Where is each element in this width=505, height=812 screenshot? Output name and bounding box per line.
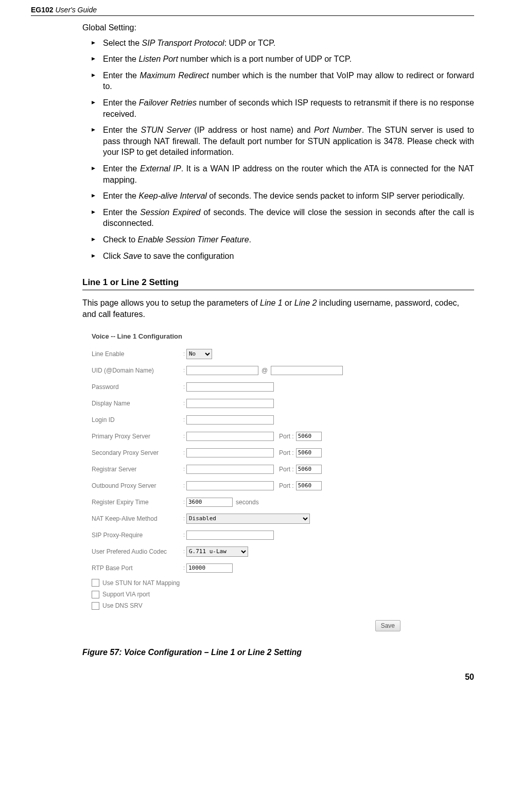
line-enable-label: Line Enable [92, 350, 183, 358]
port-label: Port : [279, 482, 294, 490]
nat-keepalive-label: NAT Keep-Alive Method [92, 515, 183, 523]
at-symbol: @ [262, 366, 268, 375]
outbound-proxy-label: Outbound Proxy Server [92, 482, 183, 490]
global-setting-label: Global Setting: [82, 22, 474, 33]
primary-proxy-input[interactable] [186, 432, 274, 441]
rtp-base-input[interactable] [186, 563, 233, 573]
primary-proxy-label: Primary Proxy Server [92, 432, 183, 440]
sip-proxy-require-label: SIP Proxy-Require [92, 531, 183, 539]
list-item: Enter the Session Expired of seconds. Th… [92, 207, 474, 229]
section-description: This page allows you to setup the parame… [82, 297, 474, 320]
panel-title: Voice -- Line 1 Configuration [92, 332, 411, 341]
registrar-input[interactable] [186, 465, 274, 474]
primary-proxy-port-input[interactable] [296, 432, 322, 441]
list-item: Check to Enable Session Timer Feature. [92, 234, 474, 245]
uid-input[interactable] [186, 366, 258, 375]
list-item: Enter the Keep-alive Interval of seconds… [92, 190, 474, 202]
line-enable-select[interactable]: No [186, 349, 212, 359]
sip-proxy-require-input[interactable] [186, 531, 274, 540]
figure-caption: Figure 57: Voice Configuration – Line 1 … [82, 647, 474, 658]
dns-srv-checkbox-label: Use DNS SRV [102, 602, 143, 610]
section-title: Line 1 or Line 2 Setting [82, 277, 474, 290]
list-item: Enter the STUN Server (IP address or hos… [92, 125, 474, 158]
secondary-proxy-port-input[interactable] [296, 448, 322, 457]
list-item: Enter the External IP. It is a WAN IP ad… [92, 163, 474, 185]
register-expiry-input[interactable] [186, 498, 233, 507]
instruction-list: Select the SIP Transport Protocol: UDP o… [82, 38, 474, 262]
registrar-port-input[interactable] [296, 465, 322, 474]
header-suffix: User's Guide [54, 6, 97, 14]
domain-input[interactable] [271, 366, 343, 375]
rtp-base-label: RTP Base Port [92, 564, 183, 572]
secondary-proxy-label: Secondary Proxy Server [92, 449, 183, 457]
port-label: Port : [279, 449, 294, 457]
stun-checkbox[interactable] [92, 579, 99, 587]
list-item: Enter the Listen Port number which is a … [92, 54, 474, 65]
seconds-label: seconds [236, 498, 259, 506]
stun-checkbox-label: Use STUN for NAT Mapping [102, 579, 180, 587]
display-name-label: Display Name [92, 399, 183, 408]
config-panel: Voice -- Line 1 Configuration Line Enabl… [82, 327, 420, 641]
secondary-proxy-input[interactable] [186, 448, 274, 457]
outbound-proxy-port-input[interactable] [296, 481, 322, 490]
uid-label: UID (@Domain Name) [92, 366, 183, 375]
login-id-input[interactable] [186, 415, 274, 425]
via-rport-checkbox-label: Support VIA rport [102, 590, 150, 598]
outbound-proxy-input[interactable] [186, 481, 274, 490]
password-input[interactable] [186, 382, 274, 392]
list-item: Click Save to save the configuration [92, 251, 474, 262]
page-header: EG102 User's Guide [31, 5, 474, 16]
display-name-input[interactable] [186, 399, 274, 408]
port-label: Port : [279, 465, 294, 473]
codec-label: User Prefered Audio Codec [92, 548, 183, 556]
dns-srv-checkbox[interactable] [92, 602, 99, 610]
save-button[interactable]: Save [375, 620, 400, 631]
via-rport-checkbox[interactable] [92, 591, 99, 598]
codec-select[interactable]: G.711 u-Law [186, 546, 248, 557]
registrar-label: Registrar Server [92, 465, 183, 473]
list-item: Enter the Failover Retries number of sec… [92, 97, 474, 119]
port-label: Port : [279, 432, 294, 440]
nat-keepalive-select[interactable]: Disabled [186, 514, 310, 524]
page-number: 50 [0, 673, 505, 682]
list-item: Select the SIP Transport Protocol: UDP o… [92, 38, 474, 49]
register-expiry-label: Register Expiry Time [92, 498, 183, 506]
password-label: Password [92, 383, 183, 391]
login-id-label: Login ID [92, 416, 183, 424]
list-item: Enter the Maximum Redirect number which … [92, 70, 474, 92]
header-product: EG102 [31, 6, 54, 14]
